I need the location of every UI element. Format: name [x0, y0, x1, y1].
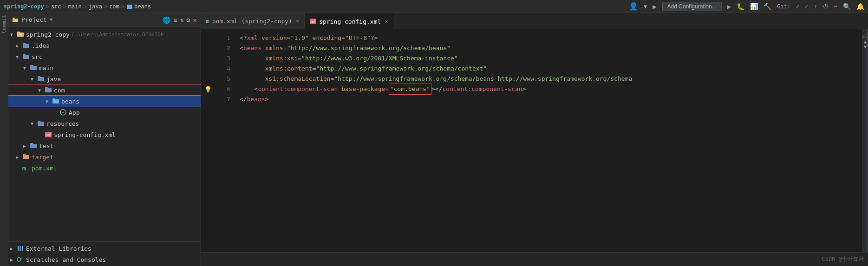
gutter-warnings: 💡 [201, 29, 215, 252]
tree-item-src[interactable]: ▼ src [8, 51, 201, 62]
pom-m-icon: m [22, 165, 30, 172]
svg-rect-13 [38, 76, 40, 78]
tree-item-com[interactable]: ▼ com [8, 84, 201, 96]
tree-item-test[interactable]: ▶ test [8, 140, 201, 151]
external-libraries-label: External Libraries [26, 245, 91, 252]
project-folder-icon [17, 31, 24, 38]
arrow-icon: ▼ [23, 65, 30, 71]
tree-item-target[interactable]: ▶ target [8, 151, 201, 162]
com-label: com [54, 87, 65, 94]
spring-config-tab-close[interactable]: ✕ [384, 18, 389, 25]
breadcrumb-item-beans[interactable]: beans [134, 3, 151, 10]
tab-pom-xml[interactable]: m pom.xml (spring2-copy) ✕ [201, 13, 305, 29]
tree-item-spring2-copy[interactable]: ▼ spring2-copy C:\Users\Administrator.DE… [8, 29, 201, 40]
pom-tab-close[interactable]: ✕ [295, 18, 300, 24]
tree-item-beans[interactable]: ▼ beans [8, 96, 201, 107]
main-area: Commit Project ▼ 🌐 ≡ ⇅ ⚙ ✕ ▼ spring2-cop [0, 13, 868, 266]
tree-item-main[interactable]: ▼ main [8, 62, 201, 73]
settings-icon[interactable]: ⚙ [186, 16, 190, 24]
arrow-icon: ▼ [16, 54, 22, 59]
run-icon[interactable]: ▶ [653, 3, 656, 10]
build-icon[interactable]: 🔨 [764, 3, 771, 10]
search-icon[interactable]: 🔍 [843, 3, 851, 10]
svg-rect-25 [23, 155, 29, 159]
app-label: App [69, 109, 79, 116]
folder-icon [22, 53, 30, 60]
library-icon [17, 245, 24, 252]
scope-icon[interactable]: 🌐 [163, 16, 170, 24]
folder-icon [37, 120, 45, 127]
collapse-all-icon[interactable]: ≡ [173, 16, 177, 24]
folder-icon [45, 87, 52, 93]
tree-item-resources[interactable]: ▼ resources [8, 118, 201, 129]
close-sidebar-icon[interactable]: ✕ [193, 16, 197, 24]
arrow-icon: ▶ [16, 155, 22, 160]
project-label: Project [21, 16, 47, 23]
breadcrumb: spring2-copy > src > main > java > com >… [4, 3, 151, 10]
code-line-6: <content:component-scan base-package="co… [236, 84, 862, 94]
svg-text:xml: xml [311, 20, 316, 23]
tree-item-scratches[interactable]: ▶ Scratches and Consoles [8, 254, 201, 265]
line-numbers: 1 2 3 4 5 6 7 [215, 29, 236, 252]
avatar-icon[interactable]: 👤 [629, 2, 638, 11]
expand-all-icon[interactable]: ⇅ [180, 17, 183, 23]
sidebar-tree: ▼ spring2-copy C:\Users\Administrator.DE… [8, 27, 201, 241]
coverage-icon[interactable]: 📊 [750, 3, 758, 10]
play-icon[interactable]: ▶ [727, 3, 731, 10]
gutter-line-2 [201, 43, 215, 53]
tree-item-external-libraries[interactable]: ▶ External Libraries [8, 243, 201, 254]
tree-item-java[interactable]: ▼ java [8, 73, 201, 84]
breadcrumb-bar: spring2-copy > src > main > java > com >… [0, 0, 868, 13]
folder-icon [126, 3, 133, 10]
svg-point-30 [17, 258, 21, 261]
svg-rect-3 [13, 18, 15, 19]
folder-open-icon [12, 17, 19, 23]
tree-item-pom[interactable]: ▶ m pom.xml [8, 162, 201, 174]
add-config-button[interactable]: Add Configuration... [662, 2, 722, 11]
svg-rect-26 [23, 154, 26, 156]
code-line-1: <?xml version="1.0" encoding="UTF-8"?> [236, 33, 862, 43]
svg-rect-15 [45, 87, 48, 89]
svg-rect-8 [23, 55, 29, 59]
code-line-7: </beans> [236, 94, 862, 104]
bottom-bar: CSDN @十叶知秋 [201, 252, 868, 266]
breadcrumb-item-com[interactable]: com [109, 3, 119, 10]
sidebar: Project ▼ 🌐 ≡ ⇅ ⚙ ✕ ▼ spring2-copy C:\Us… [8, 13, 201, 266]
git-check1-icon[interactable]: ✓ [796, 3, 799, 10]
svg-rect-9 [23, 54, 26, 55]
code-content[interactable]: <?xml version="1.0" encoding="UTF-8"?> <… [236, 29, 862, 252]
breadcrumb-item-project[interactable]: spring2-copy [4, 3, 44, 10]
git-history-icon[interactable]: ⏱ [823, 3, 829, 10]
pom-tab-label: pom.xml (spring2-copy) [212, 18, 292, 25]
commit-label[interactable]: Commit [1, 15, 7, 33]
svg-rect-5 [17, 32, 20, 33]
git-check2-icon[interactable]: ✓ [805, 3, 808, 10]
folder-icon [37, 76, 45, 82]
arrow-icon: ▶ [16, 43, 22, 48]
src-label: src [32, 53, 42, 60]
tree-item-app[interactable]: ▶ App [8, 107, 201, 118]
svg-rect-16 [52, 99, 59, 104]
breadcrumb-item-src[interactable]: src [51, 3, 61, 10]
svg-rect-19 [38, 122, 44, 126]
left-panel: Commit [0, 13, 8, 266]
tree-item-idea[interactable]: ▶ .idea [8, 40, 201, 51]
git-push-icon[interactable]: ↑ [814, 3, 817, 10]
svg-rect-6 [23, 44, 29, 48]
svg-rect-28 [20, 246, 21, 251]
line-num-2: 2 [215, 43, 230, 53]
dropdown-arrow-icon[interactable]: ▼ [50, 17, 53, 23]
xml-tab-icon: xml [310, 18, 316, 25]
git-revert-icon[interactable]: ↩ [834, 3, 837, 10]
arrow-icon: ▼ [38, 88, 45, 93]
breadcrumb-item-main[interactable]: main [68, 3, 82, 10]
breadcrumb-item-java[interactable]: java [89, 3, 102, 10]
warning-bulb-icon[interactable]: 💡 [204, 86, 212, 93]
folder-icon [30, 65, 37, 71]
tab-spring-config[interactable]: xml spring-config.xml ✕ [305, 13, 394, 29]
tree-item-spring-config[interactable]: ▶ xml spring-config.xml [8, 129, 201, 140]
arrow-icon: ▼ [46, 99, 52, 104]
debug-icon[interactable]: 🐛 [737, 3, 744, 10]
notification-icon[interactable]: 🔔 [856, 3, 864, 10]
line-num-1: 1 [215, 33, 230, 43]
